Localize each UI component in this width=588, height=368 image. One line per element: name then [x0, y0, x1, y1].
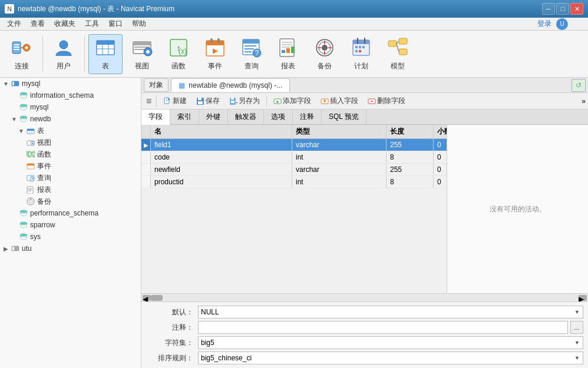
tree-toggle-mysql[interactable]: ▼	[1, 81, 11, 87]
add-field-label: 添加字段	[283, 96, 311, 106]
maximize-button[interactable]: □	[556, 3, 569, 15]
tree-item-sys[interactable]: sys	[0, 231, 141, 243]
toolbar-query[interactable]: ? 查询	[234, 34, 269, 74]
table-row[interactable]: newfield varchar 255 0	[141, 164, 447, 176]
svg-text:?: ?	[255, 49, 259, 57]
svg-rect-84	[28, 190, 32, 190]
query-folder-icon: ?	[26, 173, 35, 183]
toolbar-table[interactable]: 表	[88, 34, 123, 74]
tree-item-events[interactable]: 事件	[0, 160, 141, 172]
close-button[interactable]: ✕	[570, 3, 583, 15]
toolbar-plan[interactable]: 计划	[344, 34, 378, 74]
tab-fields[interactable]: 字段	[141, 110, 170, 125]
tab-trigger[interactable]: 触发器	[228, 110, 264, 124]
table-row[interactable]: ▶ field1 varchar 255 0	[141, 139, 447, 151]
toggle-tables[interactable]: ▼	[16, 128, 26, 134]
toolbar-function[interactable]: f (x) 函数	[161, 34, 196, 74]
window-controls[interactable]: ─ □ ✕	[542, 3, 583, 15]
charset-label: 字符集：	[146, 338, 193, 348]
row-name-2: code	[151, 151, 292, 163]
table-tab[interactable]: ▦ newtable @newdb (mysql) -...	[171, 78, 290, 92]
server-icon-utu	[11, 244, 20, 253]
tab-foreign-key[interactable]: 外键	[199, 110, 228, 124]
comment-input[interactable]	[198, 321, 568, 334]
collation-select[interactable]: big5_chinese_ci	[198, 352, 583, 364]
save-button[interactable]: 保存	[192, 94, 224, 108]
tree-item-queries[interactable]: ? 查询	[0, 172, 141, 184]
toolbar-connect[interactable]: 连接	[5, 34, 39, 74]
menu-tools[interactable]: 工具	[80, 18, 104, 30]
default-label: 默认：	[146, 307, 193, 317]
collation-select-wrap[interactable]: big5_chinese_ci	[198, 352, 583, 364]
minimize-button[interactable]: ─	[542, 3, 555, 15]
tab-comment[interactable]: 注释	[293, 110, 322, 124]
toolbar-report[interactable]: 报表	[271, 34, 305, 74]
horizontal-scrollbar[interactable]: ◀ ▶	[141, 293, 588, 301]
tab-sql-preview[interactable]: SQL 预览	[322, 110, 366, 124]
window-title: newtable @newdb (mysql) - 表 - Navicat Pr…	[18, 4, 174, 14]
db-icon-newdb	[19, 114, 28, 124]
charset-select[interactable]: big5	[198, 336, 583, 349]
svg-point-41	[322, 45, 328, 51]
toolbar-model[interactable]: 模型	[381, 34, 415, 74]
comment-dots-button[interactable]: …	[570, 321, 583, 334]
toolbar-user[interactable]: 用户	[47, 34, 81, 74]
tab-index[interactable]: 索引	[170, 110, 199, 124]
saveas-button[interactable]: + 另存为	[225, 94, 264, 108]
table-tab-label: newtable @newdb (mysql) -...	[189, 81, 282, 89]
toolbar-view[interactable]: 视图	[125, 34, 159, 74]
toolbar-backup[interactable]: 备份	[308, 34, 342, 74]
tree-item-mysql-db[interactable]: mysql	[0, 101, 141, 113]
tab-options[interactable]: 选项	[264, 110, 293, 124]
toggle-newdb[interactable]: ▼	[9, 116, 19, 122]
menu-help[interactable]: 帮助	[127, 18, 151, 30]
svg-rect-26	[243, 39, 259, 44]
tree-item-sparrow[interactable]: sparrow	[0, 219, 141, 231]
tree-item-mysql-server[interactable]: ▼ mysql	[0, 78, 141, 89]
tree-item-information-schema[interactable]: information_schema	[0, 89, 141, 101]
row-name-4: productid	[151, 176, 292, 188]
menu-hamburger-icon[interactable]: ≡	[144, 96, 154, 107]
new-button[interactable]: 新建	[159, 94, 191, 108]
tree-item-backups[interactable]: 备份	[0, 195, 141, 207]
table-row[interactable]: productid int 8 0	[141, 176, 447, 188]
report-folder-icon	[26, 185, 35, 194]
hscroll-thumb[interactable]	[151, 295, 163, 301]
tree-item-newdb[interactable]: ▼ newdb	[0, 113, 141, 125]
table-row[interactable]: code int 8 0	[141, 151, 447, 164]
more-button[interactable]: »	[582, 97, 586, 105]
toolbar-event[interactable]: ▶ 事件	[198, 34, 232, 74]
login-link[interactable]: 登录	[537, 19, 551, 29]
toggle-utu[interactable]: ▶	[1, 246, 11, 252]
svg-rect-57	[399, 49, 407, 55]
object-button[interactable]: 对象	[144, 78, 169, 92]
delete-field-button[interactable]: 删除字段	[364, 94, 409, 108]
add-field-button[interactable]: 添加字段	[269, 94, 315, 108]
tree-item-performance[interactable]: performance_schema	[0, 207, 141, 219]
tree-item-utu[interactable]: ▶ utu	[0, 243, 141, 254]
svg-rect-45	[328, 47, 332, 48]
refresh-button[interactable]: ↺	[572, 79, 586, 92]
hscroll-right-btn[interactable]: ▶	[579, 295, 587, 301]
charset-select-wrap[interactable]: big5	[198, 336, 583, 349]
hscroll-left-btn[interactable]: ◀	[143, 295, 151, 301]
insert-field-button[interactable]: 插入字段	[316, 94, 362, 108]
menu-file[interactable]: 文件	[2, 18, 26, 30]
svg-text:+: +	[236, 99, 237, 105]
menu-view[interactable]: 查看	[26, 18, 49, 30]
svg-rect-21	[206, 41, 224, 45]
row-type-3: varchar	[292, 164, 387, 175]
tree-item-views[interactable]: 视图	[0, 137, 141, 148]
svg-line-58	[397, 41, 399, 44]
svg-rect-50	[362, 46, 365, 48]
tree-item-functions[interactable]: f(x) 函数	[0, 148, 141, 160]
default-select[interactable]: NULL	[198, 306, 583, 319]
menu-favorites[interactable]: 收藏夹	[49, 18, 80, 30]
menu-window[interactable]: 窗口	[104, 18, 127, 30]
svg-rect-42	[324, 41, 325, 44]
default-select-wrap[interactable]: NULL	[198, 306, 583, 319]
svg-point-91	[20, 222, 27, 224]
toolbar-table-label: 表	[102, 61, 109, 71]
tree-item-reports[interactable]: 报表	[0, 184, 141, 195]
tree-item-tables[interactable]: ▼ 表	[0, 125, 141, 137]
